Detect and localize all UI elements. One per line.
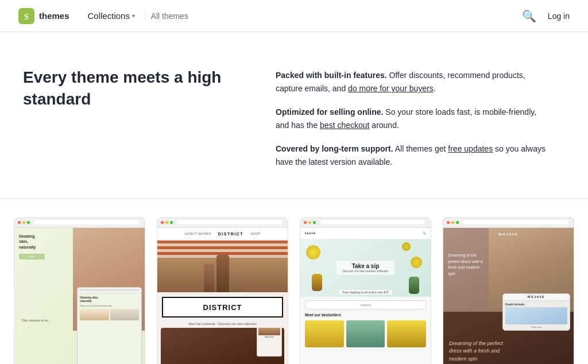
hero-left: Every theme meets a high standard (23, 67, 230, 110)
theme-image-taste[interactable]: taste 🔍 Take a sip (300, 217, 431, 364)
feature2: Optimized for selling online. So your st… (276, 106, 551, 132)
chevron-down-icon: ▾ (132, 13, 135, 19)
hero-title: Every theme meets a high standard (23, 67, 230, 110)
theme-image-sense[interactable]: Glowingskin,naturally Shop Glowing skin,… (14, 217, 145, 364)
theme-card-taste: taste 🔍 Take a sip (300, 217, 431, 364)
all-themes-link[interactable]: All themes (151, 11, 188, 21)
logo-text: themes (39, 11, 69, 21)
feature2-bold: Optimized for selling online. (276, 107, 383, 117)
search-icon[interactable]: 🔍 (522, 9, 536, 23)
navbar: S themes Collections ▾ | All themes 🔍 Lo… (0, 0, 588, 32)
shopify-logo-icon: S (18, 8, 34, 24)
feature1-link[interactable]: do more for your buyers (348, 84, 434, 93)
feature2-link[interactable]: best checkout (320, 121, 369, 130)
feature1: Packed with built-in features. Offer dis… (276, 69, 551, 95)
svg-text:S: S (24, 13, 29, 21)
hero-section: Every theme meets a high standard Packed… (0, 32, 588, 199)
hero-right: Packed with built-in features. Offer dis… (276, 67, 551, 169)
feature3-bold: Covered by long-term support. (276, 144, 393, 153)
login-button[interactable]: Log in (548, 11, 570, 21)
themes-section: Glowingskin,naturally Shop Glowing skin,… (0, 199, 588, 364)
theme-card-sense: Glowingskin,naturally Shop Glowing skin,… (14, 217, 145, 364)
feature1-bold: Packed with built-in features. (276, 71, 387, 80)
theme-image-mojave[interactable]: Dreaming of the perfect dress with a fre… (443, 217, 574, 364)
feature3-text: All themes get (393, 144, 448, 153)
nav-separator: | (144, 11, 146, 21)
feature3-link[interactable]: free updates (448, 144, 493, 153)
collections-label: Collections (88, 11, 130, 21)
theme-card-mojave: Dreaming of the perfect dress with a fre… (443, 217, 574, 364)
themes-grid: Glowingskin,naturally Shop Glowing skin,… (14, 217, 574, 364)
feature1-end: . (434, 84, 436, 93)
feature2-end: around. (369, 121, 399, 130)
collections-menu[interactable]: Collections ▾ (83, 11, 140, 21)
theme-card-district: HOW IT WORKS DISTRICT SHOP (157, 217, 288, 364)
logo-link[interactable]: S themes (18, 8, 69, 24)
feature3: Covered by long-term support. All themes… (276, 142, 551, 169)
theme-image-district[interactable]: HOW IT WORKS DISTRICT SHOP (157, 217, 288, 364)
